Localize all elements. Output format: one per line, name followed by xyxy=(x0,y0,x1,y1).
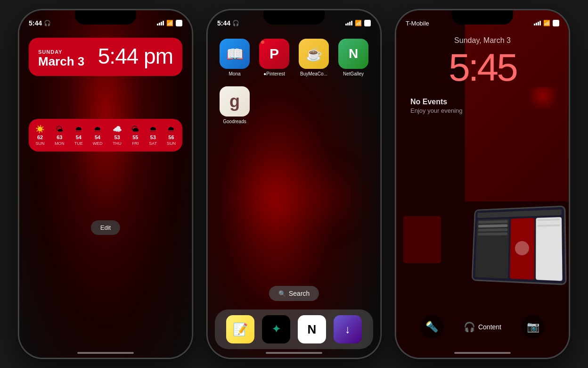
status-time-2: 5:44 🎧 xyxy=(217,19,239,27)
notch xyxy=(75,10,136,25)
dock-notes[interactable]: 📝 xyxy=(226,315,254,343)
blur-circle-right xyxy=(302,174,349,221)
battery-1: 9 xyxy=(176,20,182,26)
home-indicator-1 xyxy=(77,352,134,354)
search-icon: 🔍 xyxy=(278,290,286,297)
notch-2 xyxy=(263,10,325,25)
app-pinterest[interactable]: P ●Pinterest xyxy=(257,39,292,77)
app-grid: 📖 Mona P ●Pinterest ☕ BuyMeaCo... N NetG… xyxy=(217,39,371,125)
headphone-icon-1: 🎧 xyxy=(44,20,51,26)
signal-bars-2 xyxy=(345,21,352,25)
no-events-label: No Events xyxy=(410,98,463,106)
weather-day-wed: 🌧 54 WED xyxy=(93,125,103,146)
dock-chatgpt[interactable]: ✦ xyxy=(262,315,290,343)
weather-day-sun2: 🌧 56 SUN xyxy=(167,125,176,146)
weather-day-sun: ☀️ 62 SUN xyxy=(35,125,45,146)
carrier-label: T-Mobile xyxy=(406,20,429,27)
app-buymeacoffee[interactable]: ☕ BuyMeaCo... xyxy=(296,39,331,77)
tablet-device xyxy=(472,205,567,285)
weather-day-fri: 🌥 55 FRI xyxy=(131,125,139,146)
weather-day-sat: 🌧 53 SAT xyxy=(149,125,157,146)
clock-time: 5:44 pm xyxy=(98,45,173,67)
home-indicator-3 xyxy=(454,352,511,354)
lock-events: No Events Enjoy your evening xyxy=(410,98,463,114)
signal-bars-3 xyxy=(534,21,541,25)
search-label: Search xyxy=(289,290,310,297)
battery-2: 9 xyxy=(364,20,371,26)
clock-date: March 3 xyxy=(38,55,84,68)
notch-3 xyxy=(452,10,513,25)
camera-icon: 📷 xyxy=(527,321,539,333)
headphone-icon-2: 🎧 xyxy=(232,20,239,26)
signal-bars-1 xyxy=(157,21,164,25)
phone-2: 5:44 🎧 📶 9 📖 Mona P xyxy=(207,9,381,359)
weather-widget: ☀️ 62 SUN 🌤 63 MON 🌧 54 TUE 🌧 54 WED ☁️ xyxy=(29,119,182,151)
app-mona[interactable]: 📖 Mona xyxy=(217,39,252,77)
status-icons-1: 📶 9 xyxy=(157,20,182,26)
status-icons-3: 📶 9 xyxy=(534,20,559,26)
weather-day-tue: 🌧 54 TUE xyxy=(74,125,83,146)
status-time-1: 5:44 🎧 xyxy=(29,19,51,27)
phone-3: T-Mobile 📶 9 Sunday, March 3 5:45 No Eve… xyxy=(395,9,570,359)
wifi-icon-2: 📶 xyxy=(355,20,362,26)
phone-1: 5:44 🎧 📶 9 SUNDAY March 3 5:44 pm xyxy=(18,9,193,359)
dock-source[interactable]: ↓ xyxy=(334,315,362,343)
lock-controls: 🔦 🎧 Content 📷 xyxy=(396,315,569,339)
home-indicator-2 xyxy=(266,352,322,354)
weather-day-mon: 🌤 63 MON xyxy=(55,125,65,146)
torch-button[interactable]: 🔦 xyxy=(420,315,444,339)
furniture xyxy=(403,216,441,263)
dock-notion[interactable]: N xyxy=(298,315,326,343)
headphone-content-icon: 🎧 xyxy=(464,321,475,333)
weather-day-thu: ☁️ 53 THU xyxy=(113,125,122,146)
edit-button[interactable]: Edit xyxy=(91,220,120,235)
lock-time: 5:45 xyxy=(396,48,569,87)
content-control[interactable]: 🎧 Content xyxy=(464,321,501,333)
wall-painting xyxy=(529,86,557,109)
no-events-sub: Enjoy your evening xyxy=(410,107,463,114)
camera-button[interactable]: 📷 xyxy=(521,315,545,339)
wifi-icon-3: 📶 xyxy=(543,20,550,26)
lock-date: Sunday, March 3 xyxy=(396,36,569,45)
app-goodreads[interactable]: g Goodreads xyxy=(217,86,252,125)
torch-icon: 🔦 xyxy=(425,321,438,333)
blur-circle-left xyxy=(245,169,302,226)
battery-3: 9 xyxy=(553,20,559,26)
content-label: Content xyxy=(478,323,501,331)
weather-days: ☀️ 62 SUN 🌤 63 MON 🌧 54 TUE 🌧 54 WED ☁️ xyxy=(35,125,176,146)
dock: 📝 ✦ N ↓ xyxy=(215,309,373,349)
wifi-icon-1: 📶 xyxy=(166,20,173,26)
app-netgalley[interactable]: N NetGalley xyxy=(336,39,371,77)
search-pill[interactable]: 🔍 Search xyxy=(269,286,319,301)
status-icons-2: 📶 9 xyxy=(345,20,371,26)
clock-widget: SUNDAY March 3 5:44 pm xyxy=(29,38,182,76)
